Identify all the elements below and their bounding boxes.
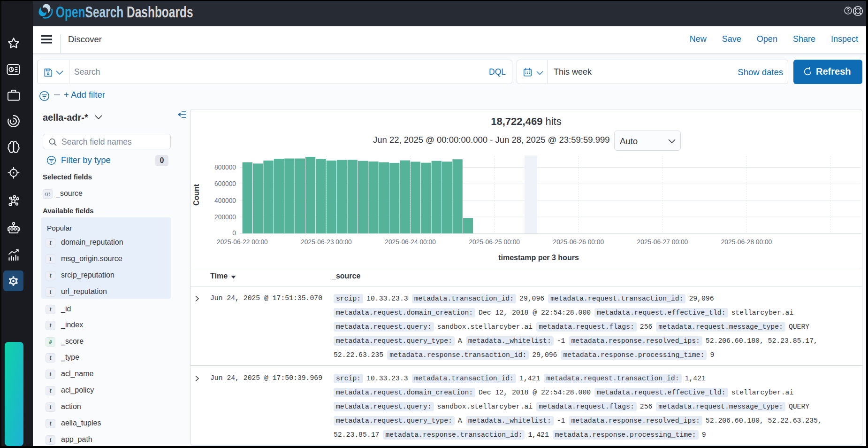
svg-text:timestamp per 3 hours: timestamp per 3 hours bbox=[498, 254, 579, 262]
svg-text:2025-06-24 00:00: 2025-06-24 00:00 bbox=[385, 239, 436, 246]
svg-text:Count: Count bbox=[192, 184, 200, 206]
svg-text:2025-06-28 00:00: 2025-06-28 00:00 bbox=[721, 239, 772, 246]
svg-text:2025-06-23 00:00: 2025-06-23 00:00 bbox=[301, 239, 352, 246]
svg-text:600000: 600000 bbox=[214, 180, 236, 187]
svg-text:200000: 200000 bbox=[214, 214, 236, 221]
svg-text:2025-06-25 00:00: 2025-06-25 00:00 bbox=[469, 239, 520, 246]
svg-text:2025-06-22 00:00: 2025-06-22 00:00 bbox=[217, 239, 268, 246]
svg-text:0: 0 bbox=[232, 230, 236, 237]
svg-text:2025-06-27 00:00: 2025-06-27 00:00 bbox=[637, 239, 688, 246]
svg-text:400000: 400000 bbox=[214, 197, 236, 204]
svg-text:800000: 800000 bbox=[214, 164, 236, 171]
svg-text:2025-06-26 00:00: 2025-06-26 00:00 bbox=[553, 239, 604, 246]
